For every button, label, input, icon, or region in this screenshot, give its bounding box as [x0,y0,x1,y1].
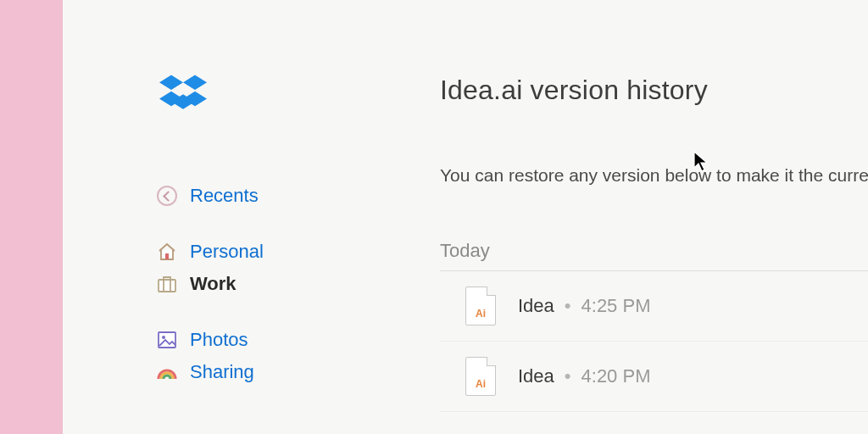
dropbox-logo[interactable] [159,75,376,119]
file-ext: Ai [476,378,486,390]
svg-rect-5 [165,253,169,259]
home-icon [156,241,178,263]
sidebar-item-label: Recents [190,185,259,207]
photo-icon [156,329,178,351]
sidebar-item-label: Personal [190,241,264,263]
version-time: 4:25 PM [581,295,651,317]
version-name: Idea [518,365,554,387]
version-name: Idea [518,295,554,317]
sidebar-item-recents[interactable]: Recents [156,180,376,212]
svg-rect-9 [159,332,175,348]
sidebar: Recents Personal [156,75,376,434]
sidebar-item-label: Work [190,273,236,295]
briefcase-icon [156,273,178,295]
svg-rect-6 [159,280,175,292]
page-title: Idea.ai version history [440,75,868,106]
file-ai-icon: Ai [465,287,496,326]
section-label-today: Today [440,240,868,271]
version-text: Idea • 4:20 PM [518,365,650,387]
sidebar-item-sharing[interactable]: Sharing [156,356,376,388]
window-edge [0,0,63,434]
sidebar-item-label: Sharing [190,361,254,383]
svg-marker-1 [183,75,207,90]
separator-dot: • [565,365,571,387]
version-row[interactable]: Ai Idea • 4:20 PM [440,342,868,412]
page-description: You can restore any version below to mak… [440,165,868,186]
sidebar-item-personal[interactable]: Personal [156,236,376,268]
file-ai-icon: Ai [465,357,496,396]
back-icon [156,185,178,207]
sidebar-item-photos[interactable]: Photos [156,324,376,356]
main-content: Idea.ai version history You can restore … [376,75,868,434]
nav-list: Recents Personal [156,180,376,388]
rainbow-icon [156,361,178,383]
version-time: 4:20 PM [581,365,651,387]
svg-point-10 [162,336,165,339]
app-window: Recents Personal [63,0,868,434]
sidebar-item-label: Photos [190,329,248,351]
file-ext: Ai [476,308,486,320]
separator-dot: • [565,295,571,317]
version-row[interactable]: Ai Idea • 4:25 PM [440,271,868,342]
version-text: Idea • 4:25 PM [518,295,650,317]
svg-marker-0 [159,75,183,90]
sidebar-item-work[interactable]: Work [156,268,376,300]
